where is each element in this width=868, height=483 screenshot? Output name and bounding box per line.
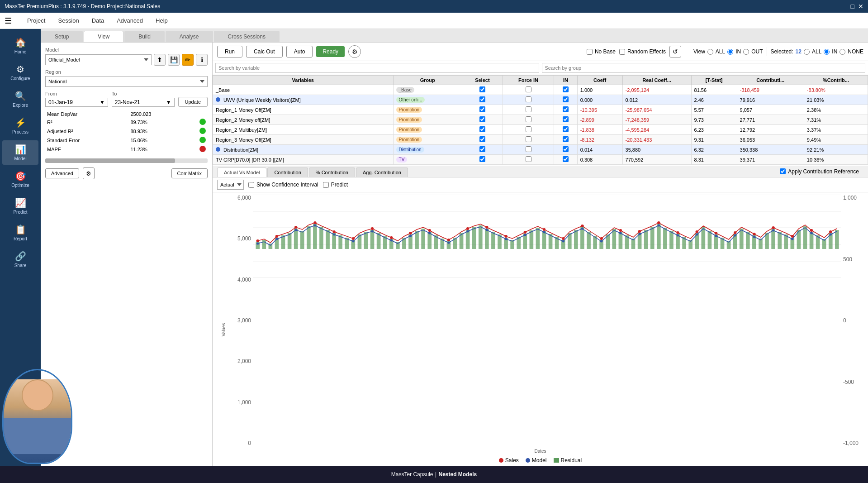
force-in-checkbox[interactable] (526, 136, 531, 142)
sidebar-item-process[interactable]: ⚡ Process (2, 114, 38, 138)
menu-help[interactable]: Help (149, 15, 174, 26)
in-checkbox[interactable] (563, 106, 569, 112)
force-in-checkbox[interactable] (526, 126, 531, 132)
view-out-radio[interactable] (743, 49, 749, 55)
force-in-checkbox[interactable] (526, 116, 531, 122)
model-settings-button[interactable]: ⚙ (348, 45, 361, 58)
chart-type-dropdown[interactable]: Actual (217, 180, 244, 190)
sidebar-item-explore[interactable]: 🔍 Explore (2, 87, 38, 111)
tab-view[interactable]: View (84, 31, 123, 42)
select-checkbox[interactable] (479, 96, 485, 102)
horizontal-scrollbar[interactable] (45, 158, 208, 163)
advanced-button[interactable]: Advanced (45, 168, 79, 178)
sidebar-item-predict[interactable]: 📈 Predict (2, 194, 38, 218)
chart-tab-actual-vs-model[interactable]: Actual Vs Model (217, 167, 266, 177)
force-in-checkbox[interactable] (526, 86, 531, 92)
chart-tab-contribution[interactable]: Contribution (267, 167, 308, 177)
pct-contrib-value: -83.80% (804, 85, 868, 95)
minimize-btn[interactable]: — (841, 3, 847, 10)
menu-data[interactable]: Data (85, 15, 110, 26)
group-badge: Promotion (396, 107, 422, 113)
show-confidence-checkbox[interactable] (248, 182, 254, 188)
random-effects-checkbox[interactable] (619, 49, 625, 55)
sidebar-label-report: Report (14, 236, 27, 241)
main-chart-svg (253, 195, 841, 294)
chart-tab-pct-contribution[interactable]: % Contribution (309, 167, 355, 177)
sidebar-item-model[interactable]: 📊 Model (2, 140, 38, 165)
update-button[interactable]: Update (178, 97, 208, 107)
chart-tab-agg-contribution[interactable]: Agg. Contribution (356, 167, 408, 177)
col-header-in: IN (554, 76, 578, 85)
select-checkbox[interactable] (479, 116, 485, 122)
svg-point-135 (352, 240, 354, 243)
selected-none-radio[interactable] (840, 49, 845, 55)
in-checkbox[interactable] (563, 126, 569, 132)
select-checkbox[interactable] (479, 126, 485, 132)
menu-advanced[interactable]: Advanced (110, 15, 149, 26)
avatar-container (2, 369, 72, 464)
view-radio-group: View ALL IN OUT (693, 48, 763, 55)
select-checkbox[interactable] (479, 156, 485, 162)
from-date-calendar-icon[interactable]: ▼ (100, 99, 105, 105)
tab-cross-sessions[interactable]: Cross Sessions (214, 31, 280, 42)
search-group-input[interactable] (542, 63, 866, 73)
menu-session[interactable]: Session (52, 15, 85, 26)
col-header-force-in: Force IN (503, 76, 554, 85)
view-all-radio[interactable] (707, 49, 713, 55)
in-checkbox[interactable] (563, 96, 569, 102)
predict-checkbox[interactable] (323, 182, 329, 188)
model-edit-btn[interactable]: ✏ (182, 54, 194, 66)
window-controls[interactable]: — □ ✕ (841, 3, 863, 10)
model-info-btn[interactable]: ℹ (196, 54, 208, 66)
apply-contribution-checkbox[interactable] (780, 168, 786, 174)
select-checkbox[interactable] (479, 86, 485, 92)
maximize-btn[interactable]: □ (851, 3, 854, 10)
in-checkbox[interactable] (563, 86, 569, 92)
selected-in-radio[interactable] (824, 49, 830, 55)
force-in-checkbox[interactable] (526, 156, 531, 162)
model-load-btn[interactable]: ⬆ (154, 54, 166, 66)
corr-matrix-button[interactable]: Corr Matrix (171, 168, 208, 178)
force-in-checkbox[interactable] (526, 146, 531, 152)
menu-project[interactable]: Project (21, 15, 52, 26)
coeff-value: -10.395 (577, 105, 622, 115)
tab-setup[interactable]: Setup (41, 31, 83, 42)
view-in-radio[interactable] (727, 49, 733, 55)
sidebar-item-home[interactable]: 🏠 Home (2, 33, 38, 58)
auto-button[interactable]: Auto (286, 46, 313, 57)
ready-button[interactable]: Ready (316, 46, 345, 57)
run-button[interactable]: Run (217, 46, 242, 57)
hamburger-menu[interactable]: ☰ (5, 16, 12, 26)
model-save-btn[interactable]: 💾 (168, 54, 180, 66)
select-checkbox[interactable] (479, 136, 485, 142)
calc-out-button[interactable]: Calc Out (246, 46, 283, 57)
in-checkbox[interactable] (563, 146, 569, 152)
to-date-field[interactable]: 23-Nov-21 ▼ (112, 98, 175, 107)
to-date-calendar-icon[interactable]: ▼ (166, 99, 171, 105)
in-checkbox[interactable] (563, 156, 569, 162)
settings-gear-button[interactable]: ⚙ (83, 167, 95, 179)
refresh-button[interactable]: ↺ (669, 46, 681, 57)
sidebar-item-share[interactable]: 🔗 Share (2, 247, 38, 272)
force-in-checkbox[interactable] (526, 106, 531, 112)
sidebar-item-optimize[interactable]: 🎯 Optimize (2, 167, 38, 191)
tab-build[interactable]: Build (124, 31, 165, 42)
search-variable-input[interactable] (215, 63, 539, 73)
model-select[interactable]: Official_Model (45, 54, 152, 65)
group-badge: Other onli... (396, 97, 425, 103)
from-date-field[interactable]: 01-Jan-19 ▼ (45, 98, 108, 107)
svg-rect-88 (771, 229, 775, 249)
no-base-checkbox[interactable] (587, 49, 593, 55)
select-checkbox[interactable] (479, 146, 485, 152)
in-checkbox[interactable] (563, 136, 569, 142)
in-checkbox[interactable] (563, 116, 569, 122)
force-in-checkbox[interactable] (526, 96, 531, 102)
region-select[interactable]: National (45, 76, 208, 87)
close-btn[interactable]: ✕ (858, 3, 863, 10)
select-checkbox[interactable] (479, 106, 485, 112)
selected-in-label: IN (832, 48, 837, 55)
sidebar-item-report[interactable]: 📋 Report (2, 220, 38, 245)
sidebar-item-configure[interactable]: ⚙ Configure (2, 60, 38, 85)
selected-all-radio[interactable] (804, 49, 810, 55)
tab-analyse[interactable]: Analyse (166, 31, 213, 42)
